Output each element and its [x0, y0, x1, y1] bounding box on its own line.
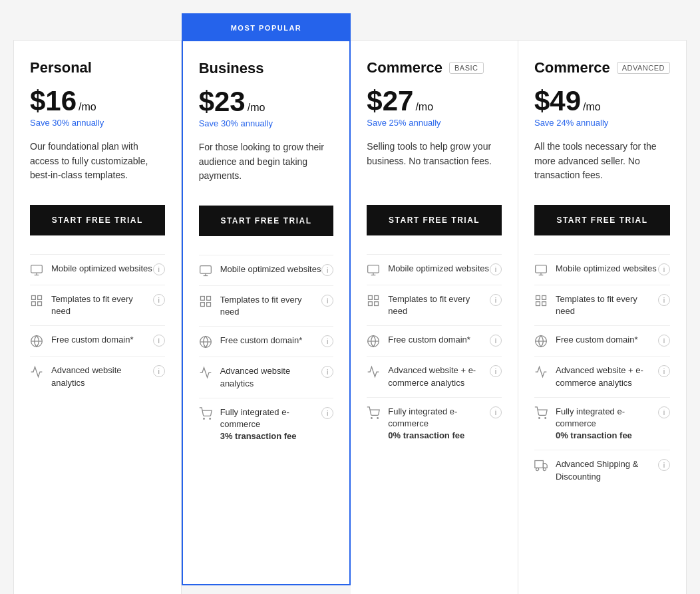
feature-text: Templates to fit every need: [388, 293, 490, 317]
plan-price: $23 /mo: [199, 88, 334, 116]
plan-name-text: Business: [199, 60, 264, 77]
feature-text: Free custom domain*: [388, 334, 470, 346]
feature-item: Mobile optimized websites i: [30, 254, 165, 285]
feature-left: Advanced website analytics: [30, 365, 153, 388]
price-period: /mo: [583, 101, 601, 113]
monitor-icon: [534, 263, 548, 277]
feature-left: Templates to fit every need: [534, 293, 658, 317]
info-icon[interactable]: i: [490, 263, 502, 275]
trial-button[interactable]: START FREE TRIAL: [534, 205, 670, 235]
svg-rect-3: [32, 296, 36, 300]
feature-left: Advanced website analytics: [199, 365, 322, 389]
feature-text: Free custom domain*: [556, 334, 638, 346]
svg-rect-13: [206, 297, 210, 301]
feature-sub: 0% transaction fee: [388, 430, 490, 442]
info-icon[interactable]: i: [153, 335, 165, 347]
feature-item: Mobile optimized websites i: [367, 254, 502, 285]
feature-left: Free custom domain*: [534, 334, 658, 348]
feature-left: Templates to fit every need: [199, 294, 322, 318]
feature-item: Templates to fit every need i: [367, 285, 502, 325]
info-icon[interactable]: i: [490, 294, 502, 306]
plan-card-commerce-advanced: Commerce ADVANCED $49 /mo Save 24% annua…: [518, 40, 687, 594]
plan-price: $49 /mo: [534, 87, 670, 115]
features-list: Mobile optimized websites i Templates to…: [534, 254, 670, 491]
globe-icon: [199, 335, 212, 349]
price-amount: $23: [199, 88, 246, 116]
info-icon[interactable]: i: [490, 365, 502, 377]
grid-icon: [534, 294, 548, 307]
feature-text: Free custom domain*: [220, 335, 303, 347]
svg-rect-12: [200, 297, 204, 301]
feature-text: Advanced Shipping & Discounting: [556, 458, 658, 482]
price-amount: $16: [30, 87, 77, 115]
trial-button[interactable]: START FREE TRIAL: [199, 206, 334, 236]
svg-rect-14: [200, 303, 204, 307]
info-icon[interactable]: i: [321, 407, 333, 419]
feature-text: Fully integrated e-commerce 0% transacti…: [556, 406, 658, 442]
grid-icon: [30, 294, 43, 307]
info-icon[interactable]: i: [658, 335, 670, 347]
feature-text: Advanced website analytics: [220, 365, 322, 389]
grid-icon: [367, 294, 380, 307]
price-save: Save 30% annually: [199, 118, 334, 128]
info-icon[interactable]: i: [658, 406, 670, 418]
plan-card-commerce-basic: Commerce BASIC $27 /mo Save 25% annually…: [351, 40, 518, 594]
plan-name-text: Commerce: [534, 59, 610, 76]
price-save: Save 24% annually: [534, 118, 670, 128]
feature-item: Fully integrated e-commerce 3% transacti…: [199, 398, 334, 451]
info-icon[interactable]: i: [490, 406, 502, 418]
feature-item: Advanced website analytics i: [30, 356, 165, 396]
info-icon[interactable]: i: [658, 294, 670, 306]
info-icon[interactable]: i: [658, 459, 670, 471]
feature-item: Free custom domain* i: [534, 325, 670, 356]
feature-sub: 3% transaction fee: [220, 430, 322, 442]
feature-item: Advanced website + e-commerce analytics …: [534, 356, 670, 396]
info-icon[interactable]: i: [658, 263, 670, 275]
svg-rect-20: [368, 265, 379, 273]
trial-button[interactable]: START FREE TRIAL: [30, 205, 165, 235]
features-list: Mobile optimized websites i Templates to…: [199, 255, 334, 450]
info-icon[interactable]: i: [490, 335, 502, 347]
feature-left: Templates to fit every need: [367, 293, 490, 317]
feature-left: Fully integrated e-commerce 0% transacti…: [367, 406, 490, 442]
monitor-icon: [367, 263, 380, 277]
feature-text: Free custom domain*: [51, 334, 134, 346]
plan-price: $27 /mo: [367, 87, 502, 115]
feature-left: Mobile optimized websites: [367, 263, 490, 277]
feature-text: Fully integrated e-commerce 3% transacti…: [220, 406, 322, 443]
info-icon[interactable]: i: [153, 294, 165, 306]
price-amount: $27: [367, 87, 413, 115]
cart-icon: [534, 406, 548, 420]
trial-button[interactable]: START FREE TRIAL: [367, 205, 502, 235]
info-icon[interactable]: i: [321, 366, 333, 378]
plan-name: Commerce BASIC: [367, 59, 502, 76]
svg-rect-4: [38, 296, 42, 300]
plan-badge: BASIC: [449, 62, 484, 74]
info-icon[interactable]: i: [321, 264, 333, 276]
svg-rect-5: [32, 302, 36, 306]
feature-text: Templates to fit every need: [556, 293, 658, 317]
monitor-icon: [30, 263, 43, 277]
plan-description: Our foundational plan with access to ful…: [30, 140, 165, 186]
info-icon[interactable]: i: [153, 365, 165, 377]
info-icon[interactable]: i: [321, 295, 333, 307]
price-period: /mo: [415, 101, 433, 113]
svg-rect-37: [542, 302, 546, 306]
info-icon[interactable]: i: [321, 335, 333, 347]
svg-point-29: [371, 417, 373, 418]
price-period: /mo: [248, 102, 265, 114]
svg-rect-42: [535, 461, 544, 468]
feature-left: Advanced website + e-commerce analytics: [534, 365, 658, 388]
feature-text: Templates to fit every need: [220, 294, 322, 318]
info-icon[interactable]: i: [658, 365, 670, 377]
plan-price: $16 /mo: [30, 87, 165, 115]
feature-left: Fully integrated e-commerce 3% transacti…: [199, 406, 322, 443]
feature-left: Mobile optimized websites: [534, 263, 658, 277]
monitor-icon: [199, 264, 212, 277]
feature-text: Advanced website + e-commerce analytics: [388, 365, 490, 388]
info-icon[interactable]: i: [153, 263, 165, 275]
plan-card-business: MOST POPULAR Business $23 /mo Save 30% a…: [182, 13, 351, 585]
feature-item: Templates to fit every need i: [30, 285, 165, 325]
shipping-icon: [534, 459, 548, 472]
feature-text: Advanced website analytics: [51, 365, 153, 388]
